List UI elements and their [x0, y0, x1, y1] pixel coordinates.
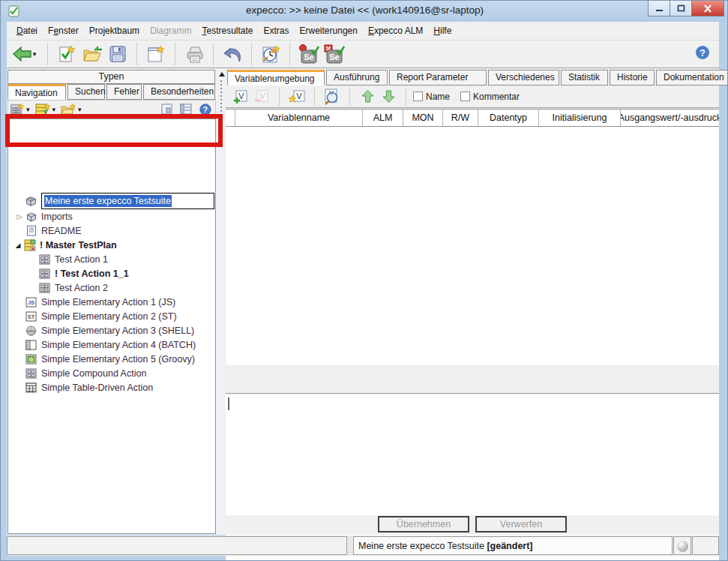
- tab-historie[interactable]: Historie: [610, 70, 655, 86]
- list-view-button[interactable]: [180, 104, 192, 115]
- col-datentyp[interactable]: Datentyp: [478, 110, 539, 126]
- tab-report-parameter[interactable]: Report Parameter: [389, 70, 487, 86]
- open-button[interactable]: [79, 42, 105, 66]
- tab-ausfuehrung[interactable]: Ausführung: [326, 70, 388, 86]
- variables-toolbar: V V V: [226, 86, 719, 108]
- splitter-handle: [220, 80, 222, 125]
- tree-item-sea2-st[interactable]: ST Simple Elementary Action 2 (ST): [25, 309, 177, 323]
- batch-action-icon: [25, 339, 37, 351]
- back-button[interactable]: ▾: [7, 42, 41, 66]
- project-tree: Meine erste expecco Testsuite ▷ Imports: [7, 118, 216, 534]
- new-testplan-button[interactable]: ▾: [35, 103, 56, 116]
- splitter-arrow-icon: [219, 72, 225, 76]
- selenium-check-button[interactable]: Se: [322, 42, 347, 66]
- tree-item-simple-compound[interactable]: Simple Compound Action: [25, 366, 146, 380]
- new-window-button[interactable]: [143, 42, 169, 66]
- tree-rename-input[interactable]: Meine erste expecco Testsuite: [41, 193, 214, 209]
- tree-item-readme[interactable]: README: [25, 224, 81, 238]
- tab-dokumentation[interactable]: Dokumentation: [656, 70, 728, 86]
- menu-hilfe[interactable]: Hilfe: [428, 23, 457, 38]
- chevron-down-icon: ▾: [52, 106, 56, 113]
- tree-item-test-action-1[interactable]: Test Action 1: [38, 252, 108, 266]
- new-compound-action-button[interactable]: ▾: [10, 103, 30, 116]
- tree-item-table-driven[interactable]: Simple Table-Driven Action: [25, 380, 153, 394]
- undo-button[interactable]: [220, 42, 245, 66]
- menu-expecco-alm[interactable]: Expecco ALM: [363, 23, 428, 38]
- menu-diagramm: Diagramm: [145, 23, 196, 38]
- down-arrow-icon: [382, 89, 396, 104]
- maximize-button[interactable]: [670, 1, 692, 16]
- minimize-button[interactable]: [648, 1, 670, 16]
- menu-fenster[interactable]: Fenster: [43, 23, 84, 38]
- add-variable-icon: V: [232, 88, 249, 105]
- new-testsuite-button[interactable]: [54, 42, 79, 66]
- col-initialisierung[interactable]: Initialisierung: [539, 110, 621, 126]
- remove-variable-button[interactable]: V: [251, 87, 272, 106]
- tree-item-test-action-1-1[interactable]: ! Test Action 1_1: [38, 266, 129, 280]
- text-caret: [228, 398, 229, 410]
- tree-item-sea3-shell[interactable]: Simple Elementary Action 3 (SHELL): [25, 323, 194, 338]
- tree-item-sea5-groovy[interactable]: G Simple Elementary Action 5 (Groovy): [25, 352, 195, 366]
- new-folder-button[interactable]: ▾: [61, 103, 82, 116]
- tab-statistik[interactable]: Statistik: [561, 70, 608, 86]
- tab-navigation[interactable]: Navigation: [7, 84, 66, 100]
- title-bar: expecco: >> keine Datei << (work140916@s…: [1, 1, 728, 22]
- col-variablenname[interactable]: Variablenname: [235, 110, 363, 126]
- svg-text:Se: Se: [329, 52, 339, 62]
- selenium-record-button[interactable]: Se: [296, 42, 322, 66]
- st-action-icon: ST: [25, 310, 37, 322]
- variables-table-body[interactable]: [226, 127, 719, 365]
- tree-item-sea4-batch[interactable]: Simple Elementary Action 4 (BATCH): [25, 338, 196, 352]
- printer-icon: [184, 45, 205, 64]
- col-rw[interactable]: R/W: [443, 110, 478, 126]
- menu-erweiterungen[interactable]: Erweiterungen: [295, 23, 363, 38]
- tree-item-sea1-js[interactable]: JS Simple Elementary Action 1 (JS): [25, 295, 175, 309]
- menu-extras[interactable]: Extras: [259, 23, 295, 38]
- kommentar-checkbox[interactable]: Kommentar: [460, 92, 520, 102]
- add-variable-button[interactable]: V: [230, 87, 251, 106]
- close-button[interactable]: [691, 1, 724, 16]
- window-panel-icon: [161, 104, 172, 115]
- tab-suchen[interactable]: Suchen: [67, 84, 105, 100]
- open-folder-icon: [82, 45, 103, 63]
- apply-button[interactable]: Übernehmen: [378, 516, 469, 532]
- tree-item-imports[interactable]: ▷ Imports: [16, 209, 73, 224]
- tree-item-master-testplan[interactable]: ◢ ! Master TestPlan: [14, 238, 117, 252]
- compound-action-icon: [38, 282, 51, 294]
- selenium-check-icon: Se: [324, 44, 345, 64]
- search-variable-button[interactable]: V: [322, 87, 343, 106]
- edit-variable-button[interactable]: V: [286, 87, 307, 106]
- panel-splitter[interactable]: [217, 68, 226, 535]
- col-mon[interactable]: MON: [403, 110, 443, 126]
- compound-action-icon: [38, 254, 51, 266]
- expander-expanded-icon[interactable]: ◢: [14, 242, 22, 249]
- save-button[interactable]: [105, 42, 130, 66]
- menu-projektbaum[interactable]: Projektbaum: [84, 23, 145, 38]
- svg-text:Se: Se: [304, 52, 313, 62]
- name-checkbox[interactable]: Name: [413, 92, 450, 102]
- tree-help-button[interactable]: ?: [199, 104, 211, 116]
- tab-besonderheiten[interactable]: Besonderheiten: [143, 84, 215, 100]
- window-title: expecco: >> keine Datei << (work140916@s…: [1, 4, 728, 16]
- tab-variablenumgebung[interactable]: Variablenumgebung: [227, 70, 325, 86]
- move-up-button[interactable]: [357, 87, 378, 106]
- tab-fehler[interactable]: Fehler: [106, 84, 142, 100]
- typen-header[interactable]: Typen: [7, 70, 215, 84]
- discard-button[interactable]: Verwerfen: [475, 516, 567, 532]
- up-arrow-icon: [361, 89, 375, 104]
- menu-testresultate[interactable]: Testresultate: [196, 23, 258, 38]
- tree-item-test-action-2[interactable]: Test Action 2: [38, 280, 108, 295]
- bookmark-view-button[interactable]: [161, 104, 172, 115]
- move-down-button[interactable]: [378, 87, 399, 106]
- menu-bar: Datei Fenster Projektbaum Diagramm Testr…: [7, 22, 719, 40]
- tab-verschiedenes[interactable]: Verschiedenes: [488, 70, 559, 86]
- help-button[interactable]: ?: [695, 45, 710, 62]
- col-alm[interactable]: ALM: [363, 110, 403, 126]
- print-button[interactable]: [181, 42, 207, 66]
- splitter-collapse-icon: [218, 131, 223, 137]
- schedule-button[interactable]: [258, 42, 283, 66]
- expander-collapsed-icon[interactable]: ▷: [16, 213, 23, 220]
- new-document-check-icon: [57, 44, 76, 64]
- menu-datei[interactable]: Datei: [11, 23, 43, 38]
- col-ausgangswert[interactable]: Ausgangswert/-ausdruck: [621, 110, 719, 126]
